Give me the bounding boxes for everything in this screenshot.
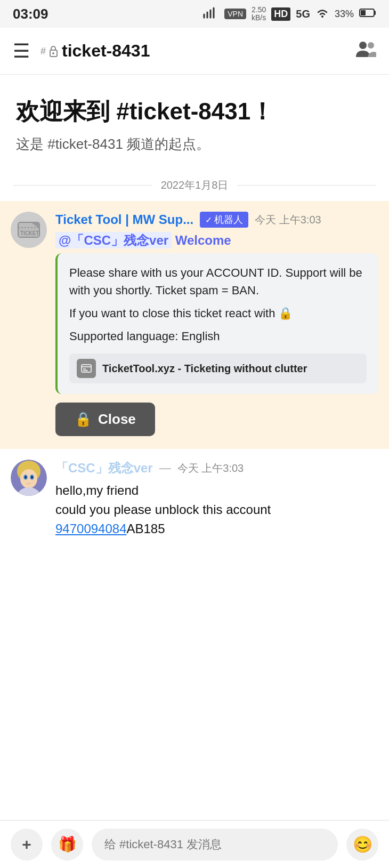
message-input[interactable] [92, 829, 338, 861]
gift-button[interactable]: 🎁 [51, 829, 83, 861]
user-message: 「CSC」残念ver — 今天 上午3:03 hello,my friend c… [0, 449, 389, 549]
bottom-bar: + 🎁 😊 [0, 820, 389, 868]
user-account: 9470094084AB185 [55, 519, 378, 539]
bot-name: Ticket Tool | MW Sup... [55, 212, 193, 227]
plus-icon: + [22, 835, 31, 854]
link-preview-icon [77, 359, 96, 378]
user-avatar [11, 460, 47, 496]
mention-tag: @「CSC」残念ver [55, 232, 172, 248]
svg-point-25 [20, 469, 37, 488]
svg-rect-18 [82, 365, 91, 372]
bot-avatar: TICKET [11, 212, 47, 248]
emoji-icon: 😊 [353, 835, 372, 854]
date-text: 2022年1月8日 [152, 178, 237, 192]
bot-message: TICKET Ticket Tool | MW Sup... 机器人 今天 上午… [0, 201, 389, 449]
svg-text:TICKET: TICKET [20, 230, 39, 236]
status-icons: VPN 2.50kB/s HD 5G 33% [203, 6, 376, 22]
date-divider: 2022年1月8日 [0, 170, 389, 201]
gift-icon: 🎁 [58, 835, 77, 853]
welcome-title: 欢迎来到 #ticket-8431！ [16, 96, 373, 127]
mention-suffix: Welcome [175, 233, 231, 247]
user-line-1: hello,my friend [55, 481, 378, 500]
link-preview-text: TicketTool.xyz - Ticketing without clutt… [102, 363, 307, 375]
bubble-text-2: If you want to close this ticket react w… [69, 304, 367, 322]
carrier-icon [203, 7, 219, 21]
hamburger-menu[interactable]: ☰ [13, 42, 30, 61]
svg-rect-7 [361, 10, 366, 15]
svg-point-10 [52, 52, 54, 54]
close-button-label: Close [98, 411, 136, 428]
wifi-icon [315, 7, 329, 21]
account-id-link[interactable]: 9470094084 [55, 521, 126, 536]
account-suffix: AB185 [126, 521, 165, 536]
battery-percent: 33% [335, 9, 354, 20]
user-text: hello,my friend could you please unblock… [55, 481, 378, 539]
channel-header: ☰ # ticket-8431 [0, 28, 389, 75]
svg-point-4 [321, 15, 323, 18]
svg-point-11 [359, 42, 367, 49]
svg-rect-6 [374, 11, 376, 15]
network-type: 5G [296, 8, 310, 20]
user-header: 「CSC」残念ver — 今天 上午3:03 [55, 460, 378, 477]
user-line-2: could you please unblock this account [55, 500, 378, 519]
battery-icon [359, 8, 376, 20]
channel-lock-icon: # [40, 43, 58, 60]
link-preview: TicketTool.xyz - Ticketing without clutt… [69, 353, 367, 383]
message-bubble: Please share with us your ACCOUNT ID. Su… [55, 253, 378, 394]
svg-text:#: # [40, 46, 46, 57]
svg-point-12 [368, 42, 374, 49]
bubble-text-1: Please share with us your ACCOUNT ID. Su… [69, 264, 367, 299]
user-content: 「CSC」残念ver — 今天 上午3:03 hello,my friend c… [55, 460, 378, 539]
emoji-button[interactable]: 😊 [346, 829, 378, 861]
close-button-wrap: 🔒 Close [55, 394, 378, 438]
speed-display: 2.50kB/s [252, 6, 266, 22]
status-bar: 03:09 VPN 2.50kB/s HD 5G 33% [0, 0, 389, 28]
svg-point-28 [25, 476, 27, 479]
supported-lang: Supported language: English [69, 327, 367, 345]
status-time: 03:09 [13, 6, 48, 22]
channel-name: ticket-8431 [62, 41, 355, 61]
user-time: 今天 上午3:03 [177, 461, 244, 476]
close-ticket-button[interactable]: 🔒 Close [55, 403, 155, 436]
bot-time: 今天 上午3:03 [255, 213, 321, 227]
bot-badge: 机器人 [200, 212, 248, 228]
bot-mention: @「CSC」残念ver Welcome [55, 232, 378, 249]
members-icon[interactable] [355, 39, 376, 63]
user-name: 「CSC」残念ver [55, 460, 153, 477]
welcome-section: 欢迎来到 #ticket-8431！ 这是 #ticket-8431 频道的起点… [0, 75, 389, 170]
hd-badge: HD [271, 7, 290, 21]
add-attachment-button[interactable]: + [11, 829, 43, 861]
bot-content: Ticket Tool | MW Sup... 机器人 今天 上午3:03 @「… [55, 212, 378, 438]
close-lock-icon: 🔒 [75, 411, 92, 428]
bot-header: Ticket Tool | MW Sup... 机器人 今天 上午3:03 [55, 212, 378, 228]
welcome-subtitle: 这是 #ticket-8431 频道的起点。 [16, 135, 373, 154]
close-ticket-text: If you want to close this ticket react w… [69, 307, 293, 320]
user-separator: — [159, 461, 171, 475]
svg-point-29 [31, 476, 33, 479]
vpn-badge: VPN [224, 9, 246, 19]
